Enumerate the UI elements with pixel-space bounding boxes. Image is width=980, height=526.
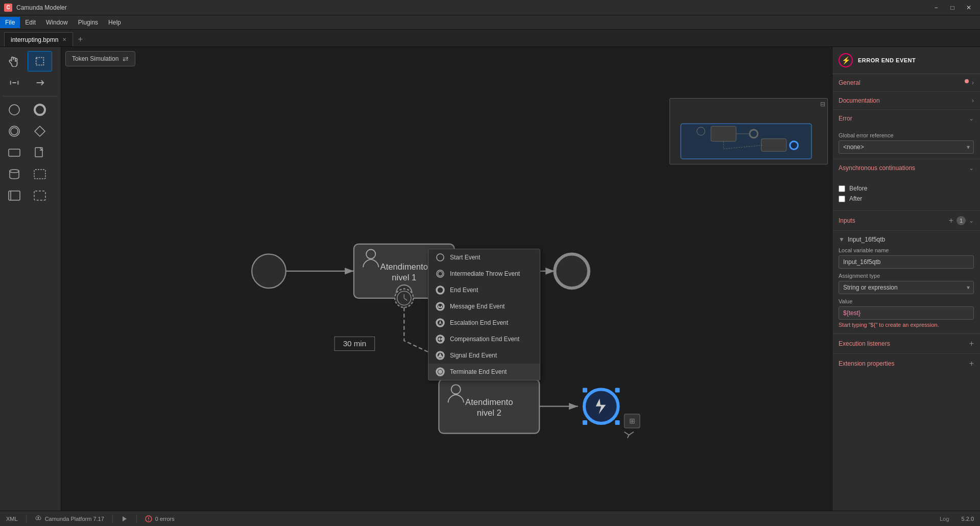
inputs-header[interactable]: Inputs + 1 ⌄	[832, 211, 980, 231]
inputs-controls: + 1 ⌄	[949, 216, 974, 225]
section-documentation-header[interactable]: Documentation ›	[832, 92, 980, 109]
global-connect-button[interactable]	[28, 73, 52, 93]
lasso-tool-button[interactable]	[28, 51, 52, 71]
extension-properties-add-button[interactable]: +	[969, 359, 974, 368]
menu-help[interactable]: Help	[103, 17, 126, 28]
title-bar: C Camunda Modeler − □ ✕	[0, 0, 980, 15]
section-documentation-label: Documentation	[839, 97, 880, 104]
svg-point-43	[437, 254, 444, 261]
task-tool[interactable]	[2, 142, 27, 163]
svg-point-0	[9, 105, 19, 115]
maximize-button[interactable]: □	[945, 3, 960, 13]
global-error-ref-select[interactable]: <none>	[839, 140, 974, 154]
participant-tool[interactable]	[2, 185, 27, 206]
section-async-controls: ⌄	[969, 164, 974, 172]
escalation-end-event-icon	[436, 318, 445, 327]
execution-listeners-add-button[interactable]: +	[969, 339, 974, 348]
ctx-compensation-end-event[interactable]: Compensation End Event	[428, 331, 540, 347]
ctx-message-end-event[interactable]: Message End Event	[428, 298, 540, 315]
error-collapse-icon: ⌄	[969, 115, 974, 122]
input-name-row[interactable]: ▼ Input_16f5qtb	[839, 236, 974, 243]
menu-edit[interactable]: Edit	[20, 17, 41, 28]
svg-point-3	[11, 128, 18, 135]
value-input[interactable]	[839, 306, 974, 320]
section-async-header[interactable]: Asynchronous continuations ⌄	[832, 159, 980, 177]
async-before-checkbox[interactable]	[839, 185, 845, 192]
svg-rect-11	[34, 191, 45, 200]
token-simulation-icon: ⇄	[123, 55, 129, 63]
format-label: XML	[6, 516, 18, 522]
svg-marker-55	[438, 353, 443, 357]
data-object-tool[interactable]	[28, 142, 52, 163]
menu-file[interactable]: File	[0, 17, 20, 28]
ctx-escalation-end-event[interactable]: Escalation End Event	[428, 315, 540, 331]
hand-tool-button[interactable]	[2, 51, 27, 71]
menu-window[interactable]: Window	[41, 17, 73, 28]
expression-hint: Start typing "${" to create an expressio…	[839, 322, 974, 328]
section-error-header[interactable]: Error ⌄	[832, 110, 980, 127]
data-store-tool[interactable]	[2, 164, 27, 184]
panel-event-icon: ⚡	[839, 53, 853, 67]
menu-plugins[interactable]: Plugins	[73, 17, 103, 28]
panel-title: ERROR END EVENT	[858, 57, 916, 63]
tab-add-button[interactable]: +	[73, 32, 87, 46]
end-event-tool[interactable]	[28, 100, 52, 120]
canvas[interactable]: Token Simulation ⇄	[61, 47, 832, 511]
svg-text:nivel 2: nivel 2	[477, 408, 501, 418]
section-inputs: Inputs + 1 ⌄ ▼ Input_16f5qtb Local varia…	[832, 211, 980, 334]
ctx-start-event[interactable]: Start Event	[428, 249, 540, 266]
extension-properties-label: Extension properties	[839, 360, 894, 367]
async-before-row: Before	[839, 185, 974, 192]
log-label[interactable]: Log	[940, 516, 949, 522]
section-extension-properties[interactable]: Extension properties +	[832, 354, 980, 373]
ctx-end-event[interactable]: End Event	[428, 282, 540, 298]
errors-label: 0 errors	[155, 516, 175, 522]
assignment-type-select[interactable]: String or expression	[839, 281, 974, 294]
tab-interrupting-bpmn[interactable]: interrupting.bpmn ✕	[4, 32, 73, 46]
async-before-label: Before	[849, 185, 867, 192]
inputs-expand-icon[interactable]: ⌄	[969, 217, 974, 224]
input-name-label: Input_16f5qtb	[848, 236, 885, 243]
app-title: Camunda Modeler	[16, 4, 925, 11]
inputs-add-button[interactable]: +	[949, 216, 953, 225]
local-var-input[interactable]	[839, 255, 974, 269]
rocket-icon	[35, 515, 42, 522]
platform-label: Camunda Platform 7.17	[45, 516, 104, 522]
ctx-terminate-end-event[interactable]: Terminate End Event	[428, 364, 540, 380]
minimize-button[interactable]: −	[929, 3, 943, 13]
minimap-minimize-button[interactable]: ⊟	[820, 101, 825, 108]
token-simulation-toggle[interactable]: Token Simulation ⇄	[65, 51, 135, 66]
svg-point-46	[437, 286, 444, 294]
close-button[interactable]: ✕	[962, 3, 976, 13]
tab-label: interrupting.bpmn	[11, 36, 58, 43]
svg-rect-5	[9, 149, 20, 156]
tab-close-icon[interactable]: ✕	[62, 37, 66, 42]
svg-text:⊞: ⊞	[629, 417, 635, 425]
status-bar: XML Camunda Platform 7.17 0 errors Log 5…	[0, 511, 980, 526]
ctx-intermediate-throw-event[interactable]: Intermediate Throw Event	[428, 266, 540, 282]
play-icon[interactable]	[121, 515, 128, 522]
section-execution-listeners[interactable]: Execution listeners +	[832, 334, 980, 354]
ctx-signal-end-event[interactable]: Signal End Event	[428, 347, 540, 364]
status-sep-2	[112, 515, 113, 523]
subprocess-tool[interactable]	[28, 164, 52, 184]
assignment-type-label: Assignment type	[839, 273, 974, 279]
ctx-signal-end-event-label: Signal End Event	[450, 352, 497, 359]
async-after-label: After	[849, 195, 862, 202]
svg-marker-66	[123, 516, 127, 521]
intermediate-event-tool[interactable]	[2, 121, 27, 141]
section-error-body: Global error reference <none>	[832, 127, 980, 159]
gateway-tool[interactable]	[28, 121, 52, 141]
svg-rect-8	[34, 170, 45, 179]
svg-point-65	[37, 517, 39, 518]
group-tool[interactable]	[28, 185, 52, 206]
space-tool-button[interactable]	[2, 73, 27, 93]
ctx-terminate-end-event-label: Terminate End Event	[450, 368, 507, 375]
ctx-escalation-end-event-label: Escalation End Event	[450, 319, 508, 326]
main-layout: Token Simulation ⇄	[0, 47, 980, 511]
errors-item: 0 errors	[145, 515, 175, 522]
section-general-header[interactable]: General ›	[832, 74, 980, 91]
start-event-tool[interactable]	[2, 100, 27, 120]
async-after-checkbox[interactable]	[839, 196, 845, 202]
ctx-intermediate-throw-event-label: Intermediate Throw Event	[450, 270, 520, 277]
